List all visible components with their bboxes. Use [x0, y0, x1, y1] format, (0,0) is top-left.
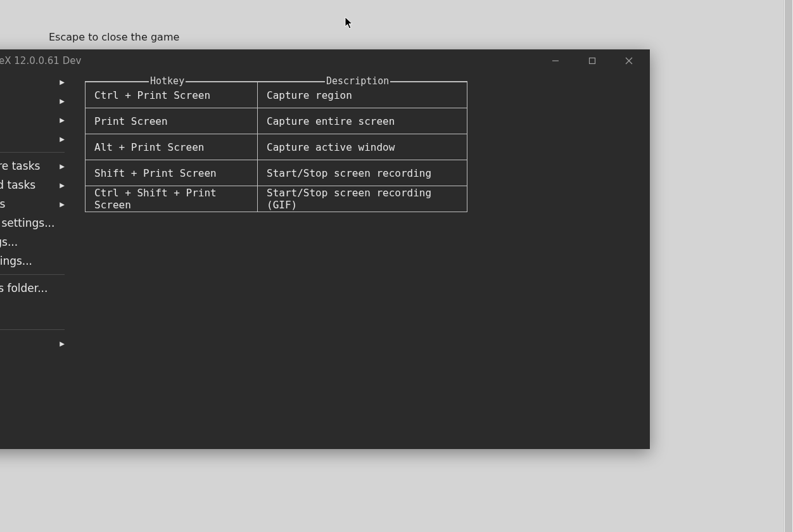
sidebar-item-label: After capture tasks: [0, 160, 40, 172]
hotkey-desc: Start/Stop screen recording (GIF): [258, 186, 467, 212]
sidebar-item-label: Destinations: [0, 198, 5, 210]
sidebar-item-app-settings[interactable]: Application settings...: [0, 213, 70, 232]
sidebar-item-task-settings[interactable]: Task settings...: [0, 232, 70, 251]
hotkey-row[interactable]: Alt + Print Screen Capture active window: [86, 134, 467, 160]
sidebar-separator: [0, 329, 65, 330]
sidebar-item-label: Application settings...: [0, 217, 54, 229]
close-button[interactable]: [611, 49, 647, 72]
hotkey-row[interactable]: Shift + Print Screen Start/Stop screen r…: [86, 160, 467, 186]
sidebar-item-label: After upload tasks: [0, 179, 35, 191]
chevron-right-icon: ▶: [60, 136, 65, 142]
hotkey-key: Alt + Print Screen: [86, 134, 258, 160]
scrollbar-thumb[interactable]: [785, 0, 792, 532]
chevron-right-icon: ▶: [60, 201, 65, 208]
chevron-right-icon: ▶: [60, 117, 65, 124]
sharex-window: ShareX 12.0.0.61 Dev Capture ▶ Upload ▶ …: [0, 49, 650, 449]
sidebar-item-after-capture[interactable]: After capture tasks ▶: [0, 156, 70, 175]
page-scrollbar[interactable]: [783, 0, 793, 532]
chevron-right-icon: ▶: [60, 98, 65, 104]
sidebar-item-tools[interactable]: Tools ▶: [0, 129, 70, 148]
sidebar-item-debug[interactable]: Debug ▶: [0, 334, 70, 353]
sidebar: Capture ▶ Upload ▶ Workflows ▶ Tools ▶ A…: [0, 72, 70, 449]
chevron-right-icon: ▶: [60, 340, 65, 347]
hotkey-table: Hotkey Description Ctrl + Print Screen C…: [85, 81, 467, 212]
svg-rect-1: [590, 58, 595, 64]
hotkey-header-key: Hotkey: [149, 75, 186, 87]
hotkey-row[interactable]: Ctrl + Shift + Print Screen Start/Stop s…: [86, 186, 467, 212]
sidebar-separator: [0, 152, 65, 153]
sidebar-item-history[interactable]: History...: [0, 307, 70, 326]
minimize-button[interactable]: [537, 49, 574, 72]
sidebar-item-capture[interactable]: Capture ▶: [0, 72, 70, 91]
sidebar-item-workflows[interactable]: Workflows ▶: [0, 110, 70, 129]
hotkey-key: Shift + Print Screen: [86, 160, 258, 186]
sidebar-item-about[interactable]: About...: [0, 381, 70, 400]
sidebar-item-destinations[interactable]: Destinations ▶: [0, 194, 70, 213]
sidebar-item-donate[interactable]: Donate...: [0, 353, 70, 372]
hotkey-desc: Start/Stop screen recording: [258, 160, 467, 186]
hotkey-desc: Capture active window: [258, 134, 467, 160]
sidebar-item-screenshots-folder[interactable]: Screenshots folder...: [0, 279, 70, 298]
sidebar-item-after-upload[interactable]: After upload tasks ▶: [0, 175, 70, 194]
window-controls: [537, 49, 647, 72]
sidebar-item-label: Hotkey settings...: [0, 255, 32, 267]
chevron-right-icon: ▶: [60, 79, 65, 86]
hotkey-desc: Capture entire screen: [258, 108, 467, 134]
titlebar[interactable]: ShareX 12.0.0.61 Dev: [0, 49, 650, 72]
hotkey-key: Ctrl + Shift + Print Screen: [86, 186, 258, 212]
sidebar-item-label: Screenshots folder...: [0, 282, 48, 294]
sidebar-item-label: Task settings...: [0, 236, 18, 248]
sidebar-separator: [0, 274, 65, 275]
chevron-right-icon: ▶: [60, 182, 65, 189]
main-content: Hotkey Description Ctrl + Print Screen C…: [85, 81, 637, 212]
hotkey-header-desc: Description: [325, 75, 390, 87]
hotkey-key: Print Screen: [86, 108, 258, 134]
hotkey-row[interactable]: Ctrl + Print Screen Capture region: [86, 82, 467, 108]
hotkey-row[interactable]: Print Screen Capture entire screen: [86, 108, 467, 134]
sidebar-item-upload[interactable]: Upload ▶: [0, 91, 70, 110]
chevron-right-icon: ▶: [60, 163, 65, 170]
maximize-button[interactable]: [574, 49, 611, 72]
sidebar-item-hotkey-settings[interactable]: Hotkey settings...: [0, 251, 70, 270]
window-title: ShareX 12.0.0.61 Dev: [0, 55, 81, 66]
game-hint-text: Escape to close the game: [49, 31, 179, 43]
